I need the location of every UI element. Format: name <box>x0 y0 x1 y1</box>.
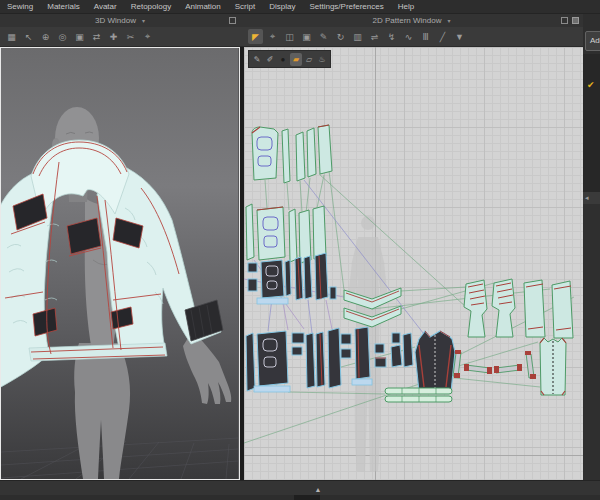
maximize-icon[interactable] <box>572 17 579 24</box>
pin-tool-icon[interactable]: ⊕ <box>38 29 53 44</box>
pleats-tool-icon[interactable]: Ⅲ <box>418 29 433 44</box>
edit-sewing-tool-icon[interactable]: ✎ <box>251 53 263 66</box>
scene-3d <box>1 48 238 479</box>
expand-panel-button[interactable]: ▲ <box>306 484 330 495</box>
edit-pattern-tool-icon[interactable]: ⌖ <box>265 29 280 44</box>
property-panel <box>583 204 600 480</box>
scissors-tool-icon[interactable]: ✂ <box>123 29 138 44</box>
menu-script[interactable]: Script <box>228 0 262 14</box>
object-browser-panel: Add ✔ ◂ <box>583 14 600 480</box>
menu-help[interactable]: Help <box>391 0 421 14</box>
menu-settings-preferences[interactable]: Settings/Preferences <box>302 0 390 14</box>
menu-avatar[interactable]: Avatar <box>87 0 124 14</box>
viewport-3d[interactable] <box>0 47 240 480</box>
copy-pattern-tool-icon[interactable]: ◫ <box>282 29 297 44</box>
arrangement-tool-icon[interactable]: ⇄ <box>89 29 104 44</box>
select-tool-icon[interactable]: ↖ <box>21 29 36 44</box>
cut-sew-tool-icon[interactable]: ╱ <box>435 29 450 44</box>
pin-tool-icon[interactable]: ✎ <box>316 29 331 44</box>
title-2d-pattern-window[interactable]: 2D Pattern Window <box>373 16 442 25</box>
menu-retopology[interactable]: Retopology <box>124 0 178 14</box>
status-bar: ▲ <box>0 480 600 500</box>
menu-sewing[interactable]: Sewing <box>0 0 40 14</box>
pattern-group-waistbands[interactable] <box>385 388 452 402</box>
garment-display-icon[interactable]: ▣ <box>72 29 87 44</box>
flatten-tool-icon[interactable]: ⇌ <box>367 29 382 44</box>
toolbar-3d: ▦ ↖ ⊕ ◎ ▣ ⇄ ✚ ✂ ⌖ <box>0 27 240 47</box>
status-bar-tab <box>294 495 320 500</box>
pattern-image-tool-icon[interactable]: ▣ <box>299 29 314 44</box>
menu-materials[interactable]: Materials <box>40 0 86 14</box>
menu-bar: Sewing Materials Avatar Retopology Anima… <box>0 0 600 14</box>
chevron-down-icon[interactable]: ▾ <box>142 17 145 24</box>
tack-tool-icon[interactable]: ▱ <box>303 53 315 66</box>
mini-toolbar-2d: ✎ ✐ ● ▰ ▱ ♨ <box>248 50 331 68</box>
check-icon[interactable]: ✔ <box>587 80 600 90</box>
pattern-pieces-layer <box>244 47 583 480</box>
pattern-group-light-top[interactable] <box>246 125 332 263</box>
panel-collapse-handle[interactable]: ◂ <box>583 192 600 204</box>
steam-iron-tool-icon[interactable]: ♨ <box>316 53 328 66</box>
pattern-vest-panel[interactable] <box>415 331 455 392</box>
garment-tool-icon[interactable]: ▼ <box>452 29 467 44</box>
object-list[interactable]: ✔ <box>583 54 600 192</box>
toolbar-2d: ◤ ⌖ ◫ ▣ ✎ ↻ ▥ ⇌ ↯ ∿ Ⅲ ╱ ▼ <box>240 27 583 47</box>
strip-end-caps <box>454 350 536 379</box>
popout-icon[interactable] <box>229 17 236 24</box>
unfold-tool-icon[interactable]: ↯ <box>384 29 399 44</box>
transform-pattern-tool-icon[interactable]: ◤ <box>248 29 263 44</box>
chevron-down-icon[interactable]: ▾ <box>447 17 450 24</box>
titlebar-2d-pattern-window: 2D Pattern Window ▾ <box>240 14 583 27</box>
add-button[interactable]: Add <box>585 31 600 51</box>
application-window: Sewing Materials Avatar Retopology Anima… <box>0 0 600 500</box>
curve-tool-icon[interactable]: ∿ <box>401 29 416 44</box>
pattern-group-dark[interactable] <box>246 253 413 391</box>
free-sewing-tool-icon[interactable]: ✐ <box>264 53 276 66</box>
title-3d-window[interactable]: 3D Window <box>95 16 136 25</box>
active-pattern-tool-icon[interactable]: ▰ <box>290 53 302 66</box>
menu-animation[interactable]: Animation <box>178 0 228 14</box>
pattern-center-back[interactable] <box>540 338 566 395</box>
rotate-tool-icon[interactable]: ↻ <box>333 29 348 44</box>
menu-display[interactable]: Display <box>262 0 302 14</box>
titlebar-3d-window: 3D Window ▾ <box>0 14 240 27</box>
gizmo-tool-icon[interactable]: ✚ <box>106 29 121 44</box>
grading-tool-icon[interactable]: ▥ <box>350 29 365 44</box>
popout-icon[interactable] <box>561 17 568 24</box>
pattern-canvas-2d[interactable]: ✎ ✐ ● ▰ ▱ ♨ <box>244 47 583 480</box>
simulate-tool-icon[interactable]: ▦ <box>4 29 19 44</box>
select-mesh-tool-icon[interactable]: ◎ <box>55 29 70 44</box>
avatar-tool-icon[interactable]: ⌖ <box>140 29 155 44</box>
pattern-group-sleeves[interactable] <box>464 279 573 338</box>
segment-sewing-tool-icon[interactable]: ● <box>277 53 289 66</box>
